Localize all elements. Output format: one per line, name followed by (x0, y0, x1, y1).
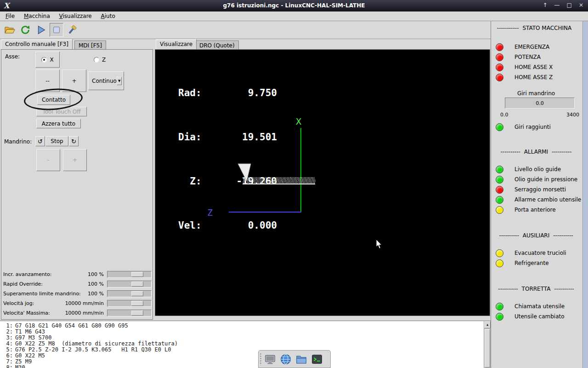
reload-button[interactable] (18, 23, 32, 37)
axis-z-radio[interactable]: Z (94, 57, 106, 63)
z-axis-line (229, 212, 301, 213)
spindle-override-row: Superamento limite mandrino: 100 % (2, 289, 153, 298)
line-number: 8: (1, 365, 13, 368)
section-title: ALLARMI (524, 149, 548, 155)
stop-button[interactable] (50, 23, 63, 37)
gcode-line[interactable]: 1: G7 G18 G21 G40 G54 G61 G80 G90 G95 (1, 323, 491, 329)
dro-line-rad: Rad: 9.750 (178, 86, 277, 100)
led-icon (496, 206, 503, 214)
rapid-override-row: Rapid Override: 100 % (2, 280, 153, 288)
open-file-button[interactable] (3, 23, 17, 37)
light-label: Allarme cambio utensile (514, 196, 581, 203)
rotate-cw-icon: ↻ (71, 138, 76, 145)
titlebar[interactable]: X g76 istruzioni.ngc - LinuxCNC-HAL-SIM-… (0, 0, 588, 12)
preview-canvas[interactable]: Rad: 9.750 Dia: 19.501 Z: -19.260 Vel: 0… (155, 49, 490, 316)
jog-speed-slider[interactable] (107, 300, 152, 307)
rapid-override-slider[interactable] (107, 281, 152, 288)
led-icon (496, 196, 503, 204)
light-row-chiamata-utensile: Chiamata utensile (496, 302, 565, 311)
file-manager-button[interactable] (295, 353, 307, 365)
slider-handle[interactable] (131, 282, 143, 287)
terminal-button[interactable] (311, 353, 323, 365)
spindle-override-slider[interactable] (107, 290, 152, 297)
scroll-up-arrow-icon[interactable]: ▲ (484, 321, 491, 328)
feed-override-row: Incr. avanzamento: 100 % (2, 270, 153, 279)
tab-dro-quote[interactable]: DRO (Quote) (195, 40, 239, 49)
light-label: Porta anteriore (514, 207, 556, 213)
azzera-tutto-button[interactable]: Azzera tutto (36, 119, 81, 128)
lathe-tool-cone-icon (237, 163, 252, 182)
scale-max: 3400 (566, 112, 579, 118)
dashes: ---------- (552, 149, 571, 155)
axis-x-radio[interactable]: X (35, 52, 60, 68)
spindle-ccw-button[interactable]: ↺ (35, 136, 45, 146)
jog-speed-value: 10000 mm/min (65, 300, 107, 306)
minimize-button[interactable]: — (554, 2, 560, 8)
rapid-override-label: Rapid Override: (2, 281, 43, 287)
slider-handle[interactable] (131, 301, 143, 306)
gcode-line[interactable]: 7: Z5 M9 (1, 359, 491, 365)
screenshot-tool-button[interactable] (264, 353, 276, 365)
led-icon (496, 313, 503, 321)
max-velocity-slider[interactable] (107, 310, 152, 316)
jog-speed-label: Velocità jog: (2, 300, 34, 306)
play-icon (36, 25, 46, 35)
tool-touch-off-button[interactable] (65, 23, 79, 37)
toolbar (0, 21, 491, 39)
shade-button[interactable]: ↑ (543, 2, 548, 8)
dashes: ---------- (554, 286, 574, 292)
menu-visualizzare[interactable]: Visualizzare (56, 12, 96, 20)
right-panel-scrollbar[interactable] (582, 21, 588, 368)
rapid-override-value: 100 % (88, 281, 107, 287)
tab-visualizzare[interactable]: Visualizzare (156, 39, 197, 49)
dock-drag-handle[interactable] (260, 353, 262, 365)
menu-aiuto[interactable]: Aiuto (97, 12, 119, 20)
light-label: Livello olio guide (514, 166, 561, 172)
jog-increment-dropdown[interactable]: Continuo ▼ (88, 71, 124, 90)
scrollbar-thumb[interactable] (485, 329, 490, 368)
preview-notebook: Visualizzare DRO (Quote) Rad: 9.750 Dia:… (154, 39, 491, 321)
close-button[interactable]: × (579, 2, 583, 8)
light-label: HOME ASSE Z (514, 74, 553, 80)
light-row-livello-olio: Livello olio guide (496, 165, 561, 174)
light-label: EMERGENZA (514, 44, 549, 50)
spindle-slower-button[interactable]: - (36, 149, 60, 171)
feed-override-value: 100 % (88, 271, 107, 277)
web-browser-button[interactable] (280, 353, 292, 365)
axis-x-radio-label: X (50, 57, 53, 63)
gcode-line[interactable]: 6: G0 X22 M5 (1, 353, 491, 359)
radio-unselected-icon (94, 57, 99, 63)
light-row-home-asse-z: HOME ASSE Z (496, 73, 553, 82)
x-axis-line (300, 128, 301, 213)
tool-icon (67, 24, 78, 35)
gcode-line[interactable]: 2: T1 M6 G43 (1, 329, 491, 335)
dashes: ---------- (498, 286, 518, 292)
slider-handle[interactable] (131, 291, 143, 296)
dashes: ---------- (501, 149, 520, 155)
spindle-stop-button[interactable]: Stop (45, 136, 68, 146)
menu-macchina[interactable]: Macchina (20, 12, 54, 20)
rotate-ccw-icon: ↺ (38, 138, 43, 145)
maximize-button[interactable]: □ (567, 2, 572, 8)
gcode-line[interactable]: 5: G76 P2.5 Z-20 I-2 J0.5 K3.065 H1 R1 Q… (1, 347, 491, 353)
light-row-allarme-cambio-utensile: Allarme cambio utensile (496, 195, 581, 204)
spindle-faster-button[interactable]: + (63, 149, 87, 171)
menu-file[interactable]: File (2, 12, 18, 20)
spindle-cw-button[interactable]: ↻ (69, 136, 79, 146)
spindle-rpm-bar: 0.0 (505, 98, 575, 109)
gcode-line[interactable]: 8: M30 (1, 365, 491, 368)
run-program-button[interactable] (34, 23, 48, 37)
terminal-icon (311, 353, 323, 365)
reload-icon (20, 24, 31, 35)
feed-override-slider[interactable] (107, 271, 152, 278)
section-ausiliari: ---------- AUSILIARI ---------- (491, 232, 581, 239)
tab-mdi[interactable]: MDI [F5] (74, 40, 106, 49)
light-row-potenza: POTENZA (496, 52, 541, 62)
tab-controllo-manuale[interactable]: Controllo manuale [F3] (1, 39, 73, 49)
linuxcnc-axis-window: X g76 istruzioni.ngc - LinuxCNC-HAL-SIM-… (0, 0, 588, 368)
menubar: File Macchina Visualizzare Aiuto (0, 12, 588, 21)
dashes: ----------- (497, 25, 519, 31)
gcode-scrollbar[interactable]: ▲ (484, 321, 491, 368)
slider-handle[interactable] (131, 272, 143, 277)
slider-handle[interactable] (131, 310, 143, 316)
